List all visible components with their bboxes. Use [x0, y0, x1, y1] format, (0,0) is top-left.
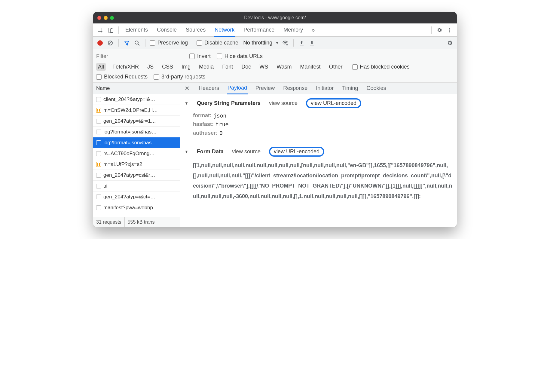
filter-all[interactable]: All [96, 63, 106, 71]
param-row: format:json [193, 111, 453, 120]
filter-wasm[interactable]: Wasm [275, 63, 293, 71]
clear-icon[interactable] [106, 39, 114, 47]
detail-tab-initiator[interactable]: Initiator [315, 83, 334, 94]
network-settings-icon[interactable] [446, 39, 454, 47]
qsp-title: Query String Parameters [197, 100, 261, 106]
param-row: authuser:0 [193, 129, 453, 137]
request-row[interactable]: client_204?&atyp=i&… [93, 94, 180, 105]
tab-network[interactable]: Network [214, 24, 235, 37]
search-icon[interactable] [133, 39, 141, 47]
window-title: DevTools - www.google.com/ [93, 15, 457, 20]
request-row[interactable]: manifest?pwa=webhp [93, 202, 180, 213]
maximize-window-button[interactable] [110, 16, 114, 20]
tab-sources[interactable]: Sources [185, 24, 206, 36]
record-button[interactable] [96, 39, 104, 47]
detail-tab-headers[interactable]: Headers [198, 83, 220, 94]
detail-tab-payload[interactable]: Payload [227, 83, 248, 94]
titlebar: DevTools - www.google.com/ [93, 12, 457, 23]
formdata-section-header[interactable]: ▼ Form Data view source view URL-encoded [185, 145, 453, 158]
filter-manifest[interactable]: Manifest [298, 63, 322, 71]
document-icon [96, 97, 101, 102]
has-blocked-cookies-checkbox[interactable]: Has blocked cookies [352, 64, 410, 70]
svg-point-4 [449, 29, 450, 31]
detail-tab-preview[interactable]: Preview [255, 83, 275, 94]
svg-point-5 [449, 31, 450, 32]
filter-css[interactable]: CSS [160, 63, 175, 71]
tab-memory[interactable]: Memory [283, 24, 304, 36]
kebab-menu-icon[interactable] [445, 26, 454, 34]
request-list-header[interactable]: Name [93, 83, 180, 94]
third-party-checkbox[interactable]: 3rd-party requests [154, 74, 205, 80]
filter-other[interactable]: Other [327, 63, 344, 71]
filter-ws[interactable]: WS [258, 63, 270, 71]
detail-body: ▼ Query String Parameters view source vi… [180, 94, 457, 227]
qsp-params: format:jsonhasfast:trueauthuser:0 [185, 110, 453, 141]
request-name: m=CnSW2d,DPreE,H… [103, 107, 158, 113]
param-value: true [215, 121, 228, 127]
request-name: client_204?&atyp=i&… [103, 96, 155, 103]
param-key: format: [193, 112, 212, 119]
detail-tab-cookies[interactable]: Cookies [366, 83, 387, 94]
param-key: hasfast: [193, 121, 214, 127]
throttling-select[interactable]: No throttling ▼ [243, 40, 279, 46]
filter-font[interactable]: Font [220, 63, 235, 71]
svg-point-8 [286, 44, 288, 45]
tab-console[interactable]: Console [156, 24, 177, 36]
upload-har-icon[interactable] [298, 39, 306, 47]
chevron-down-icon: ▼ [185, 101, 188, 106]
script-icon [96, 162, 101, 167]
qsp-section-header[interactable]: ▼ Query String Parameters view source vi… [185, 96, 453, 110]
tabs-overflow-icon[interactable]: » [311, 26, 315, 33]
blocked-requests-checkbox[interactable]: Blocked Requests [96, 74, 148, 80]
request-detail-panel: ✕ Headers Payload Preview Response Initi… [180, 83, 457, 227]
download-har-icon[interactable] [308, 39, 316, 47]
qsp-view-source[interactable]: view source [269, 100, 298, 106]
invert-checkbox[interactable]: Invert [189, 53, 211, 60]
formdata-view-source[interactable]: view source [232, 149, 261, 155]
request-row[interactable]: rs=ACT90oFqOrnng… [93, 148, 180, 159]
filter-doc[interactable]: Doc [240, 63, 253, 71]
formdata-view-url-encoded[interactable]: view URL-encoded [269, 147, 324, 157]
qsp-view-url-encoded[interactable]: view URL-encoded [306, 98, 361, 108]
request-row[interactable]: gen_204?atyp=i&ct=… [93, 191, 180, 202]
document-icon [96, 130, 101, 134]
devtools-window: DevTools - www.google.com/ Elements Cons… [93, 12, 457, 227]
request-count: 31 requests [93, 217, 125, 227]
settings-icon[interactable] [435, 26, 444, 34]
request-name: ui [103, 183, 107, 189]
tab-performance[interactable]: Performance [243, 24, 275, 36]
request-name: manifest?pwa=webhp [103, 205, 153, 211]
transfer-size: 555 kB trans [125, 217, 158, 227]
request-row[interactable]: m=CnSW2d,DPreE,H… [93, 105, 180, 116]
disable-cache-checkbox[interactable]: Disable cache [197, 40, 238, 46]
close-detail-icon[interactable]: ✕ [183, 85, 191, 92]
close-window-button[interactable] [97, 16, 101, 20]
inspect-icon[interactable] [96, 26, 105, 34]
detail-tab-response[interactable]: Response [283, 83, 308, 94]
network-conditions-icon[interactable] [281, 39, 289, 47]
filter-media[interactable]: Media [197, 63, 215, 71]
preserve-log-checkbox[interactable]: Preserve log [150, 40, 188, 46]
request-row[interactable]: log?format=json&has… [93, 137, 180, 148]
main-tabs-bar: Elements Console Sources Network Perform… [93, 23, 457, 37]
filter-fetch-xhr[interactable]: Fetch/XHR [111, 63, 141, 71]
request-row[interactable]: gen_204?atyp=i&r=1… [93, 116, 180, 127]
resource-type-filters: All Fetch/XHR JS CSS Img Media Font Doc … [96, 61, 454, 71]
formdata-body: [[1,null,null,null,null,null,null,null,n… [185, 158, 453, 201]
filter-img[interactable]: Img [180, 63, 192, 71]
request-row[interactable]: log?format=json&has… [93, 127, 180, 137]
filter-input[interactable] [96, 52, 183, 60]
filter-js[interactable]: JS [145, 63, 155, 71]
filter-icon[interactable] [123, 39, 131, 47]
minimize-window-button[interactable] [104, 16, 108, 20]
detail-tab-timing[interactable]: Timing [341, 83, 359, 94]
request-row[interactable]: gen_204?atyp=csi&r… [93, 170, 180, 181]
hide-data-urls-checkbox[interactable]: Hide data URLs [217, 53, 263, 60]
request-name: log?format=json&has… [103, 129, 157, 135]
tab-elements[interactable]: Elements [125, 24, 148, 36]
request-name: gen_204?atyp=i&ct=… [103, 194, 155, 200]
request-row[interactable]: ui [93, 181, 180, 191]
traffic-lights [97, 16, 114, 20]
device-toggle-icon[interactable] [106, 26, 115, 34]
request-row[interactable]: m=aLUfP?xjs=s2 [93, 159, 180, 170]
